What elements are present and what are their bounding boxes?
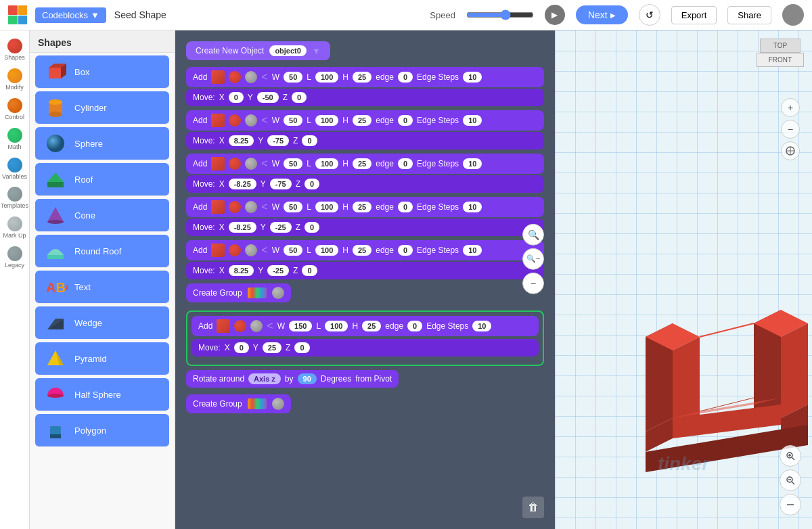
sidebar-item-variables[interactable]: Variables	[0, 155, 29, 183]
y-val-g[interactable]: 25	[263, 342, 281, 353]
shape-item-pyramid[interactable]: Pyramid	[35, 342, 169, 375]
shape-item-half-sphere[interactable]: Half Sphere	[35, 378, 169, 411]
move-block-4[interactable]: Move: X -8.25 Y -25 Z 0	[186, 218, 544, 236]
sidebar-item-modify[interactable]: Modify	[0, 66, 29, 94]
axis-pill[interactable]: Axis z	[248, 373, 281, 384]
add-block-3[interactable]: Add < W 50 L 100 H 25 edge 0 Edge Steps …	[186, 154, 544, 174]
l-val-1[interactable]: 100	[315, 72, 338, 83]
w-val-g[interactable]: 150	[289, 321, 312, 331]
y-val-5[interactable]: -25	[267, 265, 289, 276]
shape-item-wedge[interactable]: Wedge	[35, 306, 169, 340]
edge-val-5[interactable]: 0	[398, 245, 413, 256]
x-val-2[interactable]: 8.25	[229, 135, 254, 146]
orient-view-btn[interactable]	[781, 141, 800, 160]
sidebar-item-templates[interactable]: Templates	[0, 184, 29, 212]
avatar[interactable]	[782, 4, 804, 26]
move-block-5[interactable]: Move: X 8.25 Y -25 Z 0	[186, 262, 544, 279]
sidebar-item-markup[interactable]: Mark Up	[0, 214, 29, 242]
add-block-2[interactable]: Add < W 50 L 100 H 25 edge 0 Edge Steps …	[186, 110, 544, 131]
h-val-3[interactable]: 25	[353, 158, 371, 169]
view-cube[interactable]: TOP FRONT	[757, 39, 804, 67]
move-block-1[interactable]: Move: X 0 Y -50 Z 0	[186, 89, 544, 106]
shape-item-sphere[interactable]: Sphere	[35, 127, 169, 160]
steps-val-1[interactable]: 10	[463, 72, 482, 83]
move-block-2[interactable]: Move: X 8.25 Y -75 Z 0	[186, 132, 544, 150]
h-val-1[interactable]: 25	[353, 72, 371, 83]
shape-item-round-roof[interactable]: Round Roof	[35, 235, 169, 268]
edge-val-g[interactable]: 0	[407, 321, 422, 331]
block-zoom-in[interactable]: 🔍	[522, 223, 544, 245]
rotate-block[interactable]: Rotate around Axis z by 90 Degrees from …	[186, 370, 399, 388]
steps-val-g[interactable]: 10	[472, 321, 491, 331]
logo[interactable]	[8, 5, 27, 24]
x-val-4[interactable]: -8.25	[229, 222, 256, 233]
edge-val-1[interactable]: 0	[398, 72, 413, 83]
l-val-4[interactable]: 100	[315, 202, 338, 212]
shape-item-roof[interactable]: Roof	[35, 163, 169, 196]
h-val-4[interactable]: 25	[353, 202, 371, 212]
w-val-2[interactable]: 50	[284, 115, 302, 126]
z-val-2[interactable]: 0	[302, 135, 317, 146]
sidebar-item-control[interactable]: Control	[0, 95, 29, 124]
steps-val-4[interactable]: 10	[463, 202, 482, 212]
edge-val-4[interactable]: 0	[398, 202, 413, 212]
add-block-5[interactable]: Add < W 50 L 100 H 25 edge 0 Edge Steps …	[186, 240, 544, 260]
play-button[interactable]: ▶	[545, 5, 565, 25]
share-button[interactable]: Share	[727, 6, 771, 24]
object-name-pill[interactable]: object0	[269, 45, 307, 56]
z-val-5[interactable]: 0	[302, 265, 317, 276]
sidebar-item-math[interactable]: Math	[0, 125, 29, 154]
sidebar-item-shapes[interactable]: Shapes	[0, 36, 29, 64]
edge-val-2[interactable]: 0	[398, 115, 413, 126]
sidebar-item-legacy[interactable]: Legacy	[0, 244, 29, 272]
speed-slider[interactable]	[466, 9, 534, 20]
add-view-btn[interactable]: +	[781, 98, 800, 117]
add-block-4[interactable]: Add < W 50 L 100 H 25 edge 0 Edge Steps …	[186, 197, 544, 217]
move-block-green[interactable]: Move: X 0 Y 25 Z 0	[191, 339, 539, 356]
y-val-1[interactable]: -50	[257, 92, 279, 103]
reset-button[interactable]: ↺	[639, 4, 660, 26]
y-val-3[interactable]: -75	[270, 179, 292, 189]
w-val-4[interactable]: 50	[284, 202, 302, 212]
z-val-g[interactable]: 0	[294, 342, 309, 353]
codeblocks-dropdown-icon[interactable]: ▼	[91, 10, 99, 20]
l-val-2[interactable]: 100	[315, 115, 338, 126]
w-val-5[interactable]: 50	[284, 245, 302, 256]
view-cube-top[interactable]: TOP	[760, 39, 800, 53]
h-val-g[interactable]: 25	[362, 321, 381, 331]
next-button[interactable]: Next ▶	[576, 5, 628, 24]
l-val-5[interactable]: 100	[315, 245, 338, 256]
z-val-1[interactable]: 0	[292, 92, 307, 103]
shape-item-cone[interactable]: Cone	[35, 199, 169, 232]
codeblocks-button[interactable]: Codeblocks ▼	[35, 7, 106, 23]
create-group-block-1[interactable]: Create Group	[186, 283, 291, 302]
x-val-1[interactable]: 0	[229, 92, 244, 103]
w-val-3[interactable]: 50	[284, 158, 302, 169]
y-val-4[interactable]: -25	[270, 222, 292, 233]
create-group-block-2[interactable]: Create Group	[186, 394, 291, 413]
export-button[interactable]: Export	[671, 6, 717, 24]
x-val-5[interactable]: 8.25	[229, 265, 254, 276]
edge-val-3[interactable]: 0	[398, 158, 413, 169]
h-val-5[interactable]: 25	[353, 245, 371, 256]
viewport-zoom-out[interactable]	[780, 469, 801, 491]
create-new-object-block[interactable]: Create New Object object0 ▼	[186, 41, 330, 60]
shape-item-box[interactable]: Box	[35, 55, 169, 89]
view-cube-front[interactable]: FRONT	[757, 53, 804, 67]
trash-button[interactable]: 🗑	[522, 497, 544, 518]
deg-pill[interactable]: 90	[298, 373, 317, 384]
steps-val-5[interactable]: 10	[463, 245, 482, 256]
viewport[interactable]: TOP FRONT + −	[555, 30, 812, 529]
z-val-4[interactable]: 0	[304, 222, 319, 233]
viewport-zoom-fit[interactable]	[780, 494, 801, 515]
viewport-zoom-in[interactable]	[780, 445, 801, 467]
shape-item-text[interactable]: ABC Text	[35, 271, 169, 304]
add-block-green[interactable]: Add < W 150 L 100 H 25 edge 0 Edge Steps…	[191, 316, 539, 336]
block-zoom-reset[interactable]: −	[522, 272, 544, 294]
steps-val-2[interactable]: 10	[463, 115, 482, 126]
h-val-2[interactable]: 25	[353, 115, 371, 126]
add-block-1[interactable]: Add < W 50 L 100 H 25 edge 0 Edge Steps …	[186, 67, 544, 87]
block-zoom-out[interactable]: 🔍−	[522, 248, 544, 269]
shape-item-polygon[interactable]: Polygon	[35, 414, 169, 447]
l-val-3[interactable]: 100	[315, 158, 338, 169]
